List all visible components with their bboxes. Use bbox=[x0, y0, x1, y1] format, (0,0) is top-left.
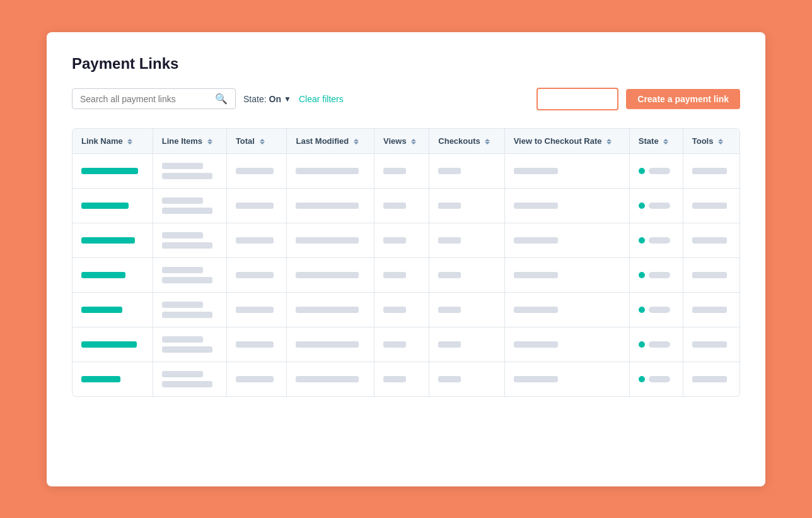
search-input[interactable] bbox=[80, 94, 210, 104]
cell-line-items bbox=[153, 188, 226, 223]
sort-icon-total bbox=[260, 139, 265, 144]
cell-total bbox=[226, 292, 287, 327]
table-row[interactable] bbox=[72, 362, 740, 396]
cell-line-items bbox=[153, 153, 226, 188]
col-tools[interactable]: Tools bbox=[683, 129, 740, 154]
tools-skeleton bbox=[692, 307, 727, 313]
cell-tools[interactable] bbox=[683, 188, 740, 223]
cell-total bbox=[226, 362, 287, 396]
cell-state[interactable] bbox=[629, 153, 683, 188]
table-row[interactable] bbox=[72, 327, 740, 362]
state-dot bbox=[639, 237, 645, 244]
col-view-to-checkout-rate[interactable]: View to Checkout Rate bbox=[504, 129, 629, 154]
col-checkouts[interactable]: Checkouts bbox=[429, 129, 504, 154]
cell-total bbox=[226, 223, 287, 257]
cell-link-name bbox=[72, 327, 153, 362]
cell-last-modified bbox=[287, 153, 374, 188]
cell-line-items bbox=[153, 257, 226, 292]
cell-views bbox=[374, 327, 429, 362]
cell-total bbox=[226, 188, 287, 223]
cell-checkouts bbox=[429, 257, 504, 292]
table-header-row: Link Name Line Items bbox=[72, 129, 740, 154]
col-total-label: Total bbox=[236, 136, 255, 146]
sort-icon-line-items bbox=[207, 139, 212, 144]
tools-skeleton bbox=[692, 237, 727, 244]
search-icon: 🔍 bbox=[215, 93, 228, 105]
cell-link-name bbox=[72, 223, 153, 257]
search-box[interactable]: 🔍 bbox=[72, 88, 236, 109]
table-body bbox=[72, 153, 740, 396]
table-row[interactable] bbox=[72, 188, 740, 223]
state-toggle[interactable] bbox=[649, 376, 670, 382]
cell-views bbox=[374, 362, 429, 396]
table-row[interactable] bbox=[72, 257, 740, 292]
state-dot bbox=[639, 307, 645, 313]
clear-filters-link[interactable]: Clear filters bbox=[299, 94, 344, 104]
cell-views bbox=[374, 153, 429, 188]
table-row[interactable] bbox=[72, 153, 740, 188]
cell-views bbox=[374, 257, 429, 292]
state-toggle[interactable] bbox=[649, 168, 670, 174]
cell-link-name bbox=[72, 153, 153, 188]
state-dot bbox=[639, 341, 645, 348]
table-row[interactable] bbox=[72, 292, 740, 327]
sort-icon-tools bbox=[718, 139, 723, 144]
cell-checkouts bbox=[429, 292, 504, 327]
sort-icon-view-to-checkout-rate bbox=[606, 139, 612, 144]
tools-skeleton bbox=[692, 376, 727, 382]
col-view-to-checkout-rate-label: View to Checkout Rate bbox=[514, 136, 602, 146]
cell-tools[interactable] bbox=[683, 257, 740, 292]
cell-tools[interactable] bbox=[683, 153, 740, 188]
cell-checkouts bbox=[429, 153, 504, 188]
col-total[interactable]: Total bbox=[226, 129, 287, 154]
page-title: Payment Links bbox=[72, 55, 740, 73]
cell-checkouts bbox=[429, 223, 504, 257]
create-payment-link-button[interactable]: Create a payment link bbox=[626, 89, 740, 109]
cell-total bbox=[226, 257, 287, 292]
cell-view-to-checkout-rate bbox=[504, 188, 629, 223]
cell-state[interactable] bbox=[629, 223, 683, 257]
cell-tools[interactable] bbox=[683, 327, 740, 362]
col-link-name[interactable]: Link Name bbox=[72, 129, 153, 154]
cell-last-modified bbox=[287, 257, 374, 292]
tools-skeleton bbox=[692, 168, 727, 174]
state-filter[interactable]: State: On ▼ bbox=[243, 94, 291, 104]
toolbar: 🔍 State: On ▼ Clear filters Create a pay… bbox=[72, 88, 740, 110]
col-views[interactable]: Views bbox=[374, 129, 429, 154]
cell-state[interactable] bbox=[629, 292, 683, 327]
cell-line-items bbox=[153, 362, 226, 396]
state-toggle[interactable] bbox=[649, 272, 670, 278]
col-line-items[interactable]: Line Items bbox=[153, 129, 226, 154]
cell-tools[interactable] bbox=[683, 223, 740, 257]
cell-checkouts bbox=[429, 188, 504, 223]
sort-icon-checkouts bbox=[485, 139, 490, 144]
main-card: Payment Links 🔍 State: On ▼ Clear filter… bbox=[47, 32, 765, 486]
state-dot bbox=[639, 272, 645, 278]
state-toggle[interactable] bbox=[649, 341, 670, 348]
table-container: Link Name Line Items bbox=[72, 128, 740, 397]
state-toggle[interactable] bbox=[649, 237, 670, 244]
cell-tools[interactable] bbox=[683, 292, 740, 327]
cell-last-modified bbox=[287, 362, 374, 396]
table-row[interactable] bbox=[72, 223, 740, 257]
col-state[interactable]: State bbox=[629, 129, 683, 154]
cell-state[interactable] bbox=[629, 327, 683, 362]
cell-views bbox=[374, 292, 429, 327]
cell-state[interactable] bbox=[629, 257, 683, 292]
cell-view-to-checkout-rate bbox=[504, 153, 629, 188]
state-toggle[interactable] bbox=[649, 307, 670, 313]
col-views-label: Views bbox=[383, 136, 407, 146]
cell-tools[interactable] bbox=[683, 362, 740, 396]
cell-view-to-checkout-rate bbox=[504, 292, 629, 327]
state-toggle[interactable] bbox=[649, 203, 670, 209]
cell-total bbox=[226, 153, 287, 188]
cell-state[interactable] bbox=[629, 188, 683, 223]
tools-skeleton bbox=[692, 272, 727, 278]
cell-total bbox=[226, 327, 287, 362]
state-dot bbox=[639, 203, 645, 209]
cell-checkouts bbox=[429, 327, 504, 362]
page-wrapper: Payment Links 🔍 State: On ▼ Clear filter… bbox=[0, 0, 812, 518]
cell-state[interactable] bbox=[629, 362, 683, 396]
cell-view-to-checkout-rate bbox=[504, 362, 629, 396]
col-last-modified[interactable]: Last Modified bbox=[287, 129, 374, 154]
